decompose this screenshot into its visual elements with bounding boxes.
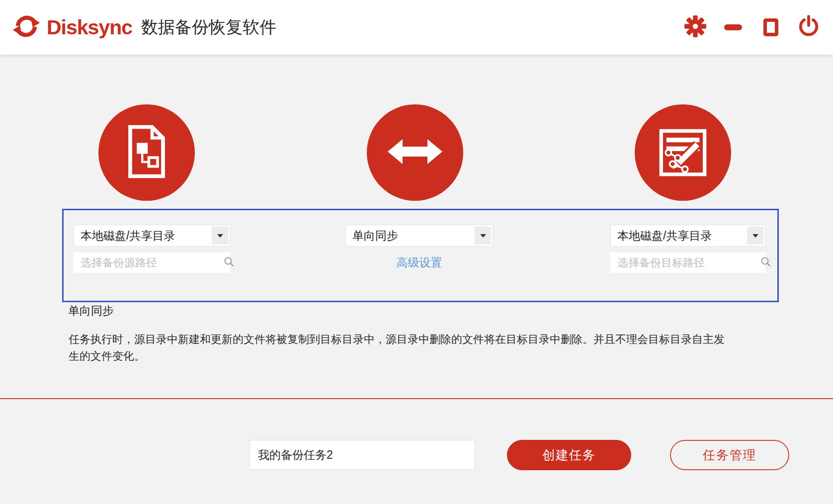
- sync-mode-label: 单向同步: [68, 303, 114, 319]
- caret-down-icon: [212, 227, 228, 245]
- caret-down-icon: [475, 227, 491, 245]
- search-icon[interactable]: [760, 256, 771, 269]
- two-way-arrow-icon: [385, 132, 445, 173]
- manage-tasks-button[interactable]: 任务管理: [670, 440, 789, 470]
- sync-mode-description: 任务执行时，源目录中新建和更新的文件将被复制到目标目录中，源目录中删除的文件将在…: [69, 331, 725, 365]
- section-divider: [0, 398, 833, 399]
- target-type-value: 本地磁盘/共享目录: [611, 228, 747, 244]
- advanced-settings-link[interactable]: 高级设置: [345, 255, 493, 270]
- close-button[interactable]: [797, 16, 820, 39]
- brand-text: Disksync: [47, 16, 132, 39]
- sync-mode-value: 单向同步: [346, 228, 475, 244]
- sync-mode-select[interactable]: 单向同步: [345, 225, 493, 247]
- app-logo: Disksync 数据备份恢复软件: [12, 12, 276, 43]
- target-circle[interactable]: [635, 104, 731, 201]
- task-name-input[interactable]: [250, 440, 475, 470]
- maximize-button[interactable]: [759, 16, 782, 39]
- document-structure-icon: [123, 124, 170, 181]
- maximize-icon: [763, 18, 778, 36]
- gear-icon: [684, 15, 707, 40]
- create-task-button[interactable]: 创建任务: [507, 440, 631, 470]
- minimize-icon: [724, 24, 742, 30]
- app-window: Disksync 数据备份恢复软件: [0, 0, 833, 504]
- search-icon[interactable]: [224, 256, 235, 269]
- sync-arrows-icon: [12, 12, 41, 43]
- minimize-button[interactable]: [722, 16, 745, 39]
- page-title: 数据备份恢复软件: [141, 16, 276, 39]
- source-circle[interactable]: [98, 104, 195, 201]
- target-path-input[interactable]: [610, 252, 760, 273]
- source-path-field: [74, 252, 230, 273]
- power-icon: [797, 15, 820, 40]
- source-type-select[interactable]: 本地磁盘/共享目录: [74, 225, 230, 247]
- header: Disksync 数据备份恢复软件: [0, 0, 833, 55]
- window-controls: [684, 0, 820, 55]
- target-type-select[interactable]: 本地磁盘/共享目录: [610, 225, 765, 247]
- document-edit-icon: [657, 126, 709, 179]
- sync-circle[interactable]: [367, 104, 463, 201]
- target-path-field: [610, 252, 765, 273]
- source-type-value: 本地磁盘/共享目录: [74, 228, 212, 244]
- settings-button[interactable]: [684, 16, 707, 39]
- caret-down-icon: [747, 227, 763, 245]
- source-path-input[interactable]: [74, 252, 224, 273]
